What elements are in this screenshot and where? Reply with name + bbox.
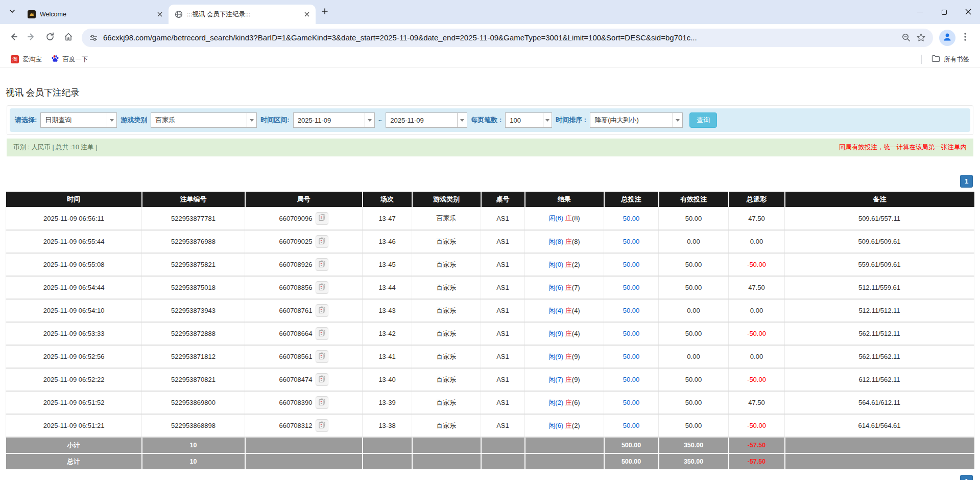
date-start-input[interactable] [294,113,365,127]
bet-record-row: 2025-11-09 06:52:22522953870821660708474… [6,368,974,391]
browser-menu-button[interactable] [958,29,973,47]
footer-empty [412,437,481,453]
page-1-button[interactable]: 1 [960,475,973,480]
result-player: 闲(6) [548,284,563,291]
date-start-picker[interactable] [293,112,375,128]
cell-total-bet: 50.00 [604,345,659,368]
new-tab-button[interactable] [318,5,332,19]
date-end-picker[interactable] [386,112,467,128]
page-1-button[interactable]: 1 [960,175,973,188]
sort-order-combobox[interactable] [590,112,683,128]
cell-game-category: 百家乐 [412,299,481,322]
round-result-button[interactable] [316,327,328,340]
result-player: 闲(9) [548,353,563,360]
result-player: 闲(9) [548,330,563,337]
cell-result: 闲(9) 庄(4) [525,322,604,345]
round-id-wrap: 660708856 [245,281,362,294]
result-player: 闲(0) [548,261,563,268]
result-player: 闲(8) [548,238,563,245]
footer-label: 总计 [6,453,142,470]
caret-down-icon[interactable] [457,113,467,127]
caret-down-icon[interactable] [107,113,116,127]
cell-result: 闲(0) 庄(2) [525,253,604,276]
total-bet-link[interactable]: 50.00 [623,307,640,314]
sort-order-label: 时间排序 : [556,116,586,125]
result-banker-score: (8) [572,214,580,222]
zoom-icon[interactable] [901,33,911,42]
cell-time: 2025-11-09 06:55:44 [6,230,142,253]
reload-button[interactable] [41,29,59,47]
all-bookmarks-button[interactable]: 所有书签 [927,53,974,66]
bookmark-star-icon[interactable] [916,33,926,42]
total-bet-link[interactable]: 50.00 [623,353,640,360]
bookmarks-right: 所有书签 [921,53,974,66]
round-result-button[interactable] [316,212,328,225]
round-result-button[interactable] [316,396,328,409]
profile-avatar[interactable] [939,30,955,46]
bookmarks-bar: 淘 爱淘宝 百度一下 所有书签 [0,51,980,68]
address-bar[interactable]: 66cxkj98.com/game/betrecord_search/kind3… [82,29,933,47]
round-result-button[interactable] [316,258,328,271]
round-id-text: 660708926 [279,261,312,268]
tab-close-icon[interactable] [155,10,164,19]
close-button[interactable] [956,0,980,24]
cell-table-no: AS1 [481,368,525,391]
tab-title: :::视讯 会员下注纪录::: [187,10,298,19]
tab-welcome[interactable]: Welcome [21,5,169,24]
cell-bet-id: 522953869800 [142,391,245,414]
total-bet-link[interactable]: 50.00 [623,422,640,429]
bookmarks-separator [921,55,922,64]
cell-game-category: 百家乐 [412,322,481,345]
forward-button[interactable] [22,29,41,47]
tab-close-icon[interactable] [302,10,312,19]
tab-bet-records[interactable]: :::视讯 会员下注纪录::: [169,5,316,24]
result-banker-score: (8) [572,238,580,245]
result-player: 闲(4) [548,307,563,314]
person-icon [942,32,952,44]
maximize-button[interactable] [932,0,956,24]
total-bet-link[interactable]: 50.00 [623,261,640,268]
round-result-button[interactable] [316,373,328,386]
cell-payout: 0.00 [729,345,785,368]
query-type-input[interactable] [41,113,107,127]
per-page-input[interactable] [506,113,543,127]
bookmark-aitaobao[interactable]: 淘 爱淘宝 [6,53,46,66]
cell-game-category: 百家乐 [412,253,481,276]
round-result-button[interactable] [316,350,328,363]
round-result-button[interactable] [316,304,328,317]
cell-note: 512.11/559.61 [785,276,974,299]
per-page-combobox[interactable] [505,112,552,128]
total-bet-link[interactable]: 50.00 [623,284,640,291]
total-bet-link[interactable]: 50.00 [623,376,640,383]
total-bet-link[interactable]: 50.00 [623,215,640,222]
cell-game-category: 百家乐 [412,276,481,299]
result-banker: 庄 [565,261,572,268]
total-bet-link[interactable]: 50.00 [623,330,640,337]
game-category-input[interactable] [151,113,246,127]
date-end-input[interactable] [386,113,457,127]
caret-down-icon[interactable] [247,113,257,127]
search-button[interactable]: 查询 [689,112,717,128]
cell-result: 闲(6) 庄(2) [525,414,604,437]
round-result-button[interactable] [316,235,328,248]
cell-note: 562.11/562.11 [785,345,974,368]
welcome-favicon-icon [28,10,36,18]
tab-search-button[interactable] [5,5,19,19]
round-result-button[interactable] [316,281,328,294]
round-result-button[interactable] [316,419,328,432]
back-button[interactable] [4,29,22,47]
site-info-icon[interactable] [89,33,98,42]
total-bet-link[interactable]: 50.00 [623,238,640,245]
query-type-combobox[interactable] [40,112,117,128]
caret-down-icon[interactable] [543,113,552,127]
game-category-combobox[interactable] [151,112,257,128]
total-bet-link[interactable]: 50.00 [623,399,640,406]
cell-result: 闲(8) 庄(8) [525,230,604,253]
caret-down-icon[interactable] [365,113,374,127]
bookmark-baidu[interactable]: 百度一下 [46,53,93,66]
minimize-button[interactable] [908,0,932,24]
sort-order-input[interactable] [590,113,673,127]
cell-time: 2025-11-09 06:52:22 [6,368,142,391]
home-button[interactable] [59,29,78,47]
caret-down-icon[interactable] [673,113,683,127]
